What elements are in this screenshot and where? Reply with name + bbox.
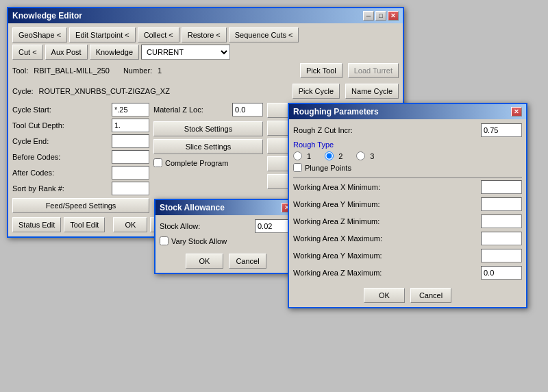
cycle-label: Cycle: — [12, 87, 34, 95]
working-area-y-max-input[interactable] — [481, 249, 522, 262]
pick-cycle-button[interactable]: Pick Cycle — [292, 84, 340, 99]
material-z-loc-row: Material Z Loc: — [153, 103, 263, 117]
edit-startpoint-button[interactable]: Edit Startpoint < — [69, 27, 136, 42]
knowledge-button[interactable]: Knowledge — [90, 45, 139, 60]
working-area-y-min-label: Working Area Y Minimum: — [293, 200, 481, 208]
stock-allowance-ok-button[interactable]: OK — [186, 254, 223, 269]
stock-allowance-footer: OK Cancel — [160, 251, 292, 269]
tool-row: Tool: RBIT_BALL-MILL_250 Number: 1 Pick … — [12, 62, 399, 79]
restore-button[interactable]: Restore < — [182, 27, 227, 42]
current-dropdown[interactable]: CURRENT — [141, 45, 230, 60]
material-z-loc-input[interactable] — [232, 103, 263, 117]
working-area-y-min-input[interactable] — [481, 197, 522, 211]
after-codes-input[interactable] — [112, 166, 149, 180]
working-area-z-min-label: Working Area Z Minimum: — [293, 217, 481, 225]
plunge-points-label: Plunge Points — [305, 164, 351, 172]
stock-allowance-cancel-button[interactable]: Cancel — [229, 254, 266, 269]
cycle-end-row: Cycle End: — [12, 134, 149, 148]
complete-program-checkbox[interactable] — [153, 158, 162, 167]
radio-1-label: 1 — [307, 152, 311, 160]
before-codes-label: Before Codes: — [12, 153, 112, 161]
working-area-x-max-input[interactable] — [481, 232, 522, 245]
minimize-button[interactable]: ─ — [363, 11, 374, 21]
roughing-params-footer: OK Cancel — [293, 285, 522, 303]
working-area-z-max-label: Working Area Z Maximum: — [293, 269, 481, 277]
cycle-start-label: Cycle Start: — [12, 106, 112, 114]
tool-cut-depth-input[interactable] — [112, 119, 149, 132]
rough-z-cut-incr-input[interactable] — [481, 123, 522, 137]
working-area-y-max-label: Working Area Y Maximum: — [293, 252, 481, 260]
roughing-params-close-button[interactable]: ✕ — [511, 107, 522, 117]
tool-cut-depth-row: Tool Cut Depth: — [12, 119, 149, 132]
name-cycle-button[interactable]: Name Cycle — [345, 84, 399, 99]
radio-2-label: 2 — [338, 152, 342, 160]
roughing-params-dialog: Roughing Parameters ✕ Rough Z Cut Incr: … — [288, 103, 527, 308]
after-codes-label: After Codes: — [12, 169, 112, 177]
stock-allowance-content: Stock Allow: Vary Stock Allow OK Cancel — [155, 215, 297, 273]
close-button[interactable]: ✕ — [388, 11, 399, 21]
radio-2[interactable] — [325, 151, 334, 160]
radio-1[interactable] — [293, 151, 302, 160]
knowledge-editor-title: Knowledge Editor — [12, 11, 82, 21]
vary-stock-allow-label: Vary Stock Allow — [171, 237, 227, 245]
number-value: 1 — [158, 66, 162, 75]
vary-stock-allow-checkbox[interactable] — [160, 236, 169, 245]
working-area-x-min-input[interactable] — [481, 180, 522, 194]
knowledge-editor-titlebar[interactable]: Knowledge Editor ─ □ ✕ — [8, 8, 403, 23]
tool-label: Tool: — [12, 66, 28, 75]
working-area-z-min-row: Working Area Z Minimum: — [293, 215, 522, 228]
middle-panel: Material Z Loc: Stock Settings Slice Set… — [153, 103, 263, 213]
roughing-params-content: Rough Z Cut Incr: Rough Type 1 2 3 — [289, 119, 526, 307]
stock-allow-label: Stock Allow: — [160, 222, 255, 230]
working-area-z-max-row: Working Area Z Maximum: — [293, 266, 522, 280]
roughing-params-title: Roughing Parameters — [293, 107, 379, 117]
roughing-params-title-buttons: ✕ — [511, 107, 522, 117]
radio-item-1: 1 — [293, 151, 311, 160]
roughing-params-cancel-button[interactable]: Cancel — [410, 288, 451, 303]
toolbar-row-1: GeoShape < Edit Startpoint < Collect < R… — [12, 27, 399, 42]
plunge-points-checkbox[interactable] — [293, 163, 302, 172]
working-area-z-min-input[interactable] — [481, 215, 522, 228]
geoshape-button[interactable]: GeoShape < — [12, 27, 67, 42]
rough-z-cut-incr-row: Rough Z Cut Incr: — [293, 123, 522, 137]
cycle-value: ROUTER_XNURBS_CUT-ZIGZAG_XZ — [39, 87, 170, 95]
cut-button[interactable]: Cut < — [12, 45, 43, 60]
stock-allow-row: Stock Allow: — [160, 219, 292, 233]
roughing-params-titlebar[interactable]: Roughing Parameters ✕ — [289, 104, 526, 119]
after-codes-row: After Codes: — [12, 166, 149, 180]
ok-button[interactable]: OK — [113, 217, 147, 232]
cycle-end-label: Cycle End: — [12, 137, 112, 145]
rough-type-radio-group: 1 2 3 — [293, 151, 522, 160]
working-area-x-min-row: Working Area X Minimum: — [293, 180, 522, 194]
slice-settings-button[interactable]: Slice Settings — [153, 139, 263, 154]
radio-item-3: 3 — [356, 151, 374, 160]
status-edit-button[interactable]: Status Edit — [12, 217, 61, 232]
load-turret-button[interactable]: Load Turret — [348, 63, 399, 78]
tool-edit-button[interactable]: Tool Edit — [64, 217, 105, 232]
pick-tool-button[interactable]: Pick Tool — [300, 63, 342, 78]
material-z-loc-label: Material Z Loc: — [153, 106, 232, 114]
cycle-end-input[interactable] — [112, 134, 149, 148]
stock-settings-button[interactable]: Stock Settings — [153, 121, 263, 136]
sort-by-rank-input[interactable] — [112, 182, 149, 195]
cycle-row: Cycle: ROUTER_XNURBS_CUT-ZIGZAG_XZ Pick … — [12, 82, 399, 100]
feed-speed-settings-button[interactable]: Feed/Speed Settings — [12, 198, 149, 213]
toolbar-row-2: Cut < Aux Post Knowledge CURRENT — [12, 45, 399, 60]
rough-type-label: Rough Type — [293, 140, 522, 149]
aux-post-button[interactable]: Aux Post — [45, 45, 88, 60]
collect-button[interactable]: Collect < — [138, 27, 179, 42]
stock-allowance-titlebar[interactable]: Stock Allowance ✕ — [155, 200, 297, 215]
separator — [293, 177, 522, 178]
working-area-x-min-label: Working Area X Minimum: — [293, 183, 481, 191]
stock-allow-input[interactable] — [255, 219, 292, 233]
before-codes-input[interactable] — [112, 150, 149, 164]
before-codes-row: Before Codes: — [12, 150, 149, 164]
cycle-start-input[interactable] — [112, 103, 149, 117]
working-area-y-max-row: Working Area Y Maximum: — [293, 249, 522, 262]
sort-by-rank-label: Sort by Rank #: — [12, 184, 112, 193]
maximize-button[interactable]: □ — [375, 11, 386, 21]
roughing-params-ok-button[interactable]: OK — [364, 288, 405, 303]
sequence-cuts-button[interactable]: Sequence Cuts < — [229, 27, 299, 42]
radio-3[interactable] — [356, 151, 365, 160]
working-area-z-max-input[interactable] — [481, 266, 522, 280]
